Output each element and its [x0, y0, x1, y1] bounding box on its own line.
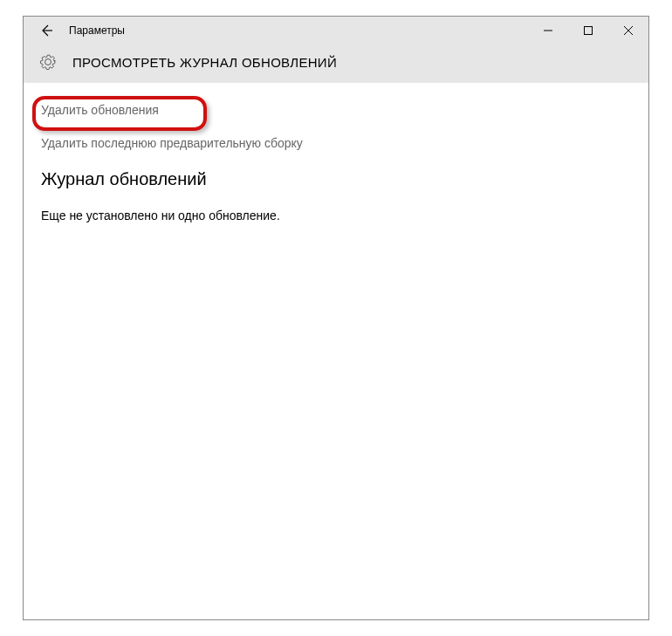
gear-icon — [39, 53, 57, 71]
update-history-heading: Журнал обновлений — [41, 169, 631, 189]
back-button[interactable] — [29, 17, 64, 44]
empty-history-text: Еще не установлено ни одно обновление. — [41, 209, 631, 222]
minimize-icon — [544, 26, 552, 35]
page-header: ПРОСМОТРЕТЬ ЖУРНАЛ ОБНОВЛЕНИЙ — [24, 44, 648, 83]
window-controls — [528, 17, 648, 44]
titlebar: Параметры — [24, 17, 648, 44]
page-heading: ПРОСМОТРЕТЬ ЖУРНАЛ ОБНОВЛЕНИЙ — [72, 55, 337, 70]
remove-preview-build-link[interactable]: Удалить последнюю предварительную сборку — [41, 136, 631, 150]
svg-rect-1 — [585, 27, 593, 35]
back-arrow-icon — [39, 24, 53, 38]
uninstall-updates-link[interactable]: Удалить обновления — [41, 103, 159, 117]
content-area: Удалить обновления Удалить последнюю пре… — [24, 83, 648, 619]
maximize-icon — [584, 26, 593, 35]
close-icon — [624, 26, 633, 35]
maximize-button[interactable] — [568, 17, 608, 44]
minimize-button[interactable] — [528, 17, 568, 44]
window-title: Параметры — [69, 24, 528, 37]
settings-window: Параметры — [23, 16, 649, 620]
close-button[interactable] — [608, 17, 648, 44]
